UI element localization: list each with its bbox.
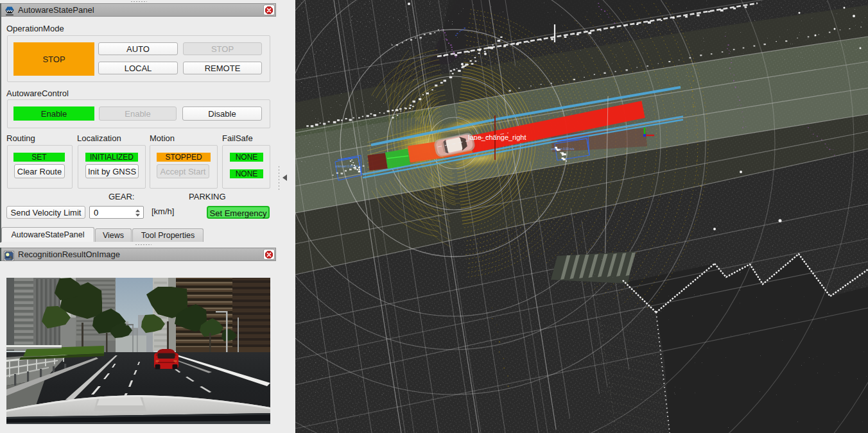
svg-text:unknown 0.00 m/s: unknown 0.00 m/s [551, 148, 575, 151]
svg-text:lane_change_right: lane_change_right [468, 133, 526, 141]
